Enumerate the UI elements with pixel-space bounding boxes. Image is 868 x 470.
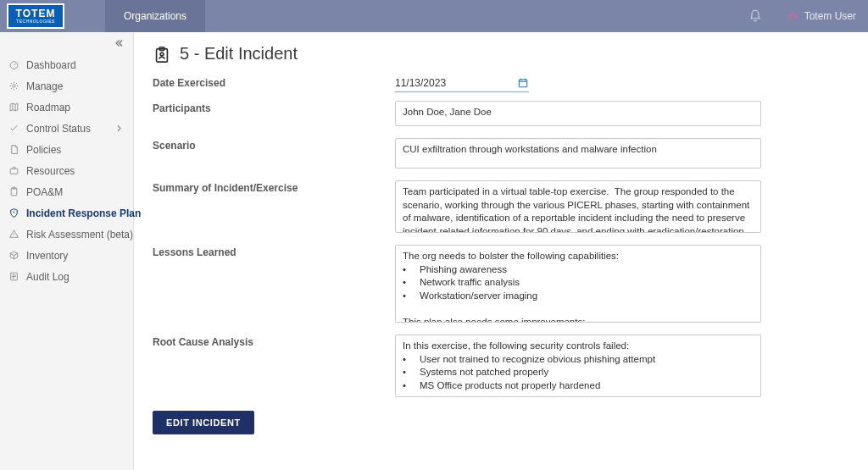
svg-point-1 (787, 15, 790, 18)
gauge-icon (8, 59, 19, 70)
svg-rect-5 (10, 169, 18, 174)
page-header: 5 - Edit Incident (153, 44, 834, 64)
sidebar-item-label: Audit Log (26, 271, 70, 283)
row-lessons: Lessons Learned (153, 245, 834, 326)
svg-point-0 (791, 12, 794, 15)
sidebar-item-risk-assessment[interactable]: Risk Assessment (beta) (0, 224, 133, 245)
bell-icon[interactable] (748, 9, 762, 23)
cog-icon (8, 80, 19, 91)
root-cause-input[interactable] (395, 335, 761, 397)
user-name-label: Totem User (804, 10, 856, 22)
sidebar-collapse-button[interactable] (0, 32, 133, 54)
label-summary: Summary of Incident/Exercise (153, 180, 395, 236)
calendar-icon (517, 77, 529, 89)
sidebar-item-label: Control Status (26, 123, 91, 135)
sidebar-item-label: Risk Assessment (beta) (26, 229, 133, 241)
sidebar-item-incident-response-plan[interactable]: Incident Response Plan (0, 202, 133, 224)
label-lessons: Lessons Learned (153, 245, 395, 326)
shield-alert-icon (8, 207, 19, 218)
sidebar-item-roadmap[interactable]: Roadmap (0, 97, 133, 118)
sidebar-item-manage[interactable]: Manage (0, 75, 133, 97)
logo-main-text: TOTEM (16, 8, 56, 19)
label-date-exercised: Date Exercised (153, 75, 395, 92)
svg-point-3 (10, 62, 18, 69)
check-icon (8, 123, 19, 134)
row-participants: Participants (153, 101, 834, 130)
label-participants: Participants (153, 101, 395, 130)
sidebar-item-label: Manage (26, 80, 63, 92)
edit-incident-button[interactable]: EDIT INCIDENT (153, 411, 254, 434)
row-scenario: Scenario (153, 138, 834, 172)
briefcase-icon (8, 165, 19, 176)
sidebar-item-label: Roadmap (26, 102, 70, 113)
label-scenario: Scenario (153, 138, 395, 172)
badge-id-icon (153, 45, 171, 64)
nav-organizations-label: Organizations (124, 10, 186, 22)
map-icon (8, 102, 19, 113)
participants-input[interactable] (395, 101, 761, 126)
label-root-cause: Root Cause Analysis (153, 335, 395, 401)
sidebar-item-inventory[interactable]: Inventory (0, 245, 133, 266)
sidebar-item-control-status[interactable]: Control Status (0, 118, 133, 139)
lessons-input[interactable] (395, 245, 761, 323)
sidebar: Dashboard Manage Roadmap Control Status … (0, 32, 134, 470)
main-panel: 5 - Edit Incident Date Exercised 11/13/2… (134, 32, 868, 470)
nav-organizations[interactable]: Organizations (105, 0, 205, 32)
row-summary: Summary of Incident/Exercise (153, 180, 834, 236)
svg-rect-12 (519, 80, 526, 87)
sidebar-item-dashboard[interactable]: Dashboard (0, 54, 133, 75)
edit-incident-button-label: EDIT INCIDENT (166, 417, 241, 428)
user-menu[interactable]: Totem User (786, 9, 856, 23)
doc-icon (8, 144, 19, 155)
svg-point-4 (13, 85, 15, 87)
sidebar-item-policies[interactable]: Policies (0, 139, 133, 160)
sidebar-item-label: POA&M (26, 186, 63, 198)
sidebar-item-audit-log[interactable]: Audit Log (0, 266, 133, 287)
clipboard-icon (8, 186, 19, 197)
box-icon (8, 250, 19, 261)
date-exercised-value: 11/13/2023 (395, 77, 446, 89)
sidebar-item-resources[interactable]: Resources (0, 160, 133, 181)
list-icon (8, 271, 19, 282)
summary-input[interactable] (395, 180, 761, 233)
sidebar-item-label: Resources (26, 165, 75, 177)
svg-point-2 (794, 15, 797, 18)
top-bar: TOTEM TECHNOLOGIES Organizations Totem U… (0, 0, 868, 32)
app-logo[interactable]: TOTEM TECHNOLOGIES (7, 3, 64, 29)
user-avatar-icon (786, 9, 799, 23)
sidebar-item-poam[interactable]: POA&M (0, 181, 133, 202)
date-exercised-input[interactable]: 11/13/2023 (395, 75, 529, 92)
sidebar-item-label: Incident Response Plan (26, 207, 141, 219)
svg-point-11 (160, 53, 164, 56)
row-root-cause: Root Cause Analysis (153, 335, 834, 401)
page-title: 5 - Edit Incident (180, 44, 298, 64)
row-date-exercised: Date Exercised 11/13/2023 (153, 75, 834, 92)
chevron-right-icon (114, 123, 125, 134)
sidebar-item-label: Policies (26, 144, 61, 156)
alert-icon (8, 229, 19, 240)
scenario-input[interactable] (395, 138, 761, 169)
logo-sub-text: TECHNOLOGIES (16, 19, 55, 24)
sidebar-item-label: Inventory (26, 250, 68, 262)
sidebar-item-label: Dashboard (26, 59, 76, 71)
